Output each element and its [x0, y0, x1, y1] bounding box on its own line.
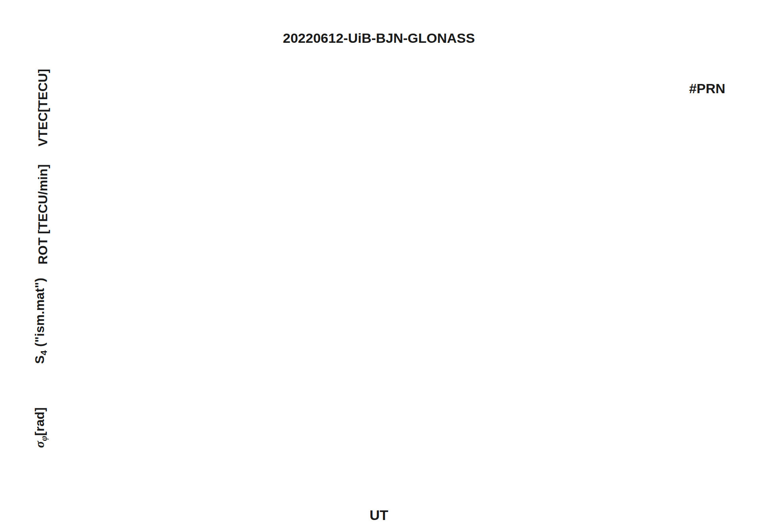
y-axis-label-rot: ROT [TECU/min]: [36, 164, 50, 265]
colorbar-title: #PRN: [682, 81, 732, 96]
y-axis-label-vtec: VTEC[TECU]: [36, 69, 50, 146]
y-axis-label-sigma-phi: σφ[rad]: [32, 407, 49, 448]
colorbar: [693, 106, 703, 425]
panel-vtec: [76, 56, 682, 159]
x-axis-label: UT: [339, 507, 419, 523]
chart-title: 20220612-UiB-BJN-GLONASS: [179, 30, 579, 46]
panel-s4: [76, 269, 682, 373]
y-axis-label-s4: S4 ("ism.mat"): [32, 278, 49, 364]
figure: 20220612-UiB-BJN-GLONASS UT #PRN VTEC[TE…: [0, 0, 761, 532]
panel-sigma-phi: [76, 375, 682, 480]
panel-rot: [76, 162, 682, 266]
